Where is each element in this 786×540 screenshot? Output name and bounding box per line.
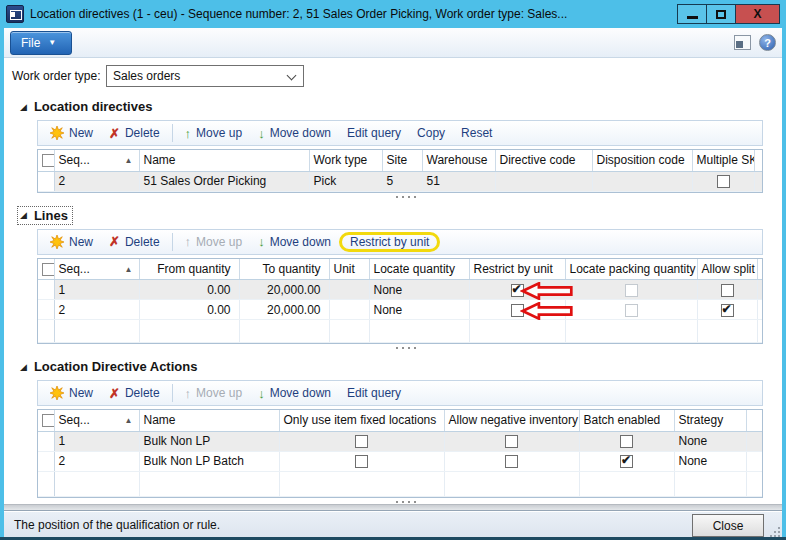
titlebar: Location directives (1 - ceu) - Sequence… xyxy=(4,0,782,28)
select-all-checkbox[interactable] xyxy=(42,154,54,167)
move-down-button[interactable]: ↓ Move down xyxy=(250,233,339,251)
batch-enabled-checkbox[interactable] xyxy=(620,455,633,468)
column-header-allow-split[interactable]: Allow split xyxy=(697,259,757,280)
section-title: Location directives xyxy=(34,99,152,114)
app-icon xyxy=(6,5,24,23)
delete-button[interactable]: ✗ Delete xyxy=(101,384,168,402)
column-header-seq[interactable]: Seq...▲ xyxy=(54,410,139,431)
move-down-button[interactable]: ↓ Move down xyxy=(250,384,339,402)
arrow-up-icon: ↑ xyxy=(185,387,192,400)
allow-split-checkbox[interactable] xyxy=(721,304,734,317)
column-header-allow-negative-inventory[interactable]: Allow negative inventory xyxy=(444,410,579,431)
allow-split-checkbox[interactable] xyxy=(721,284,734,297)
close-icon: X xyxy=(753,7,761,21)
help-icon[interactable]: ? xyxy=(759,34,776,51)
only-use-item-fixed-locations-checkbox[interactable] xyxy=(355,435,368,448)
file-caret-icon: ▼ xyxy=(48,39,56,47)
new-button[interactable]: New xyxy=(42,124,101,142)
new-star-icon xyxy=(50,386,64,400)
column-header-name[interactable]: Name xyxy=(139,150,309,171)
location-directives-grid: Seq...▲ Name Work type Site Warehouse Di… xyxy=(37,149,763,193)
new-star-icon xyxy=(50,235,64,249)
file-menu-label: File xyxy=(21,36,40,50)
window-layout-icon[interactable] xyxy=(734,35,751,50)
actions-toolbar: New ✗ Delete ↑ Move up ↓ Move down Edit … xyxy=(37,380,763,406)
section-title: Lines xyxy=(34,208,68,223)
column-header-directive-code[interactable]: Directive code xyxy=(495,150,592,171)
delete-button[interactable]: ✗ Delete xyxy=(101,233,168,251)
multiple-sku-checkbox[interactable] xyxy=(717,175,730,188)
column-header-warehouse[interactable]: Warehouse xyxy=(422,150,495,171)
column-header-to-quantity[interactable]: To quantity xyxy=(239,259,329,280)
column-header-restrict-by-unit[interactable]: Restrict by unit xyxy=(469,259,565,280)
table-row[interactable]: 2 51 Sales Order Picking Pick 5 51 xyxy=(38,171,762,191)
sort-asc-icon: ▲ xyxy=(125,416,133,425)
column-header-disposition-code[interactable]: Disposition code xyxy=(592,150,692,171)
edit-query-button[interactable]: Edit query xyxy=(339,384,409,402)
section-header-actions[interactable]: ◢ Location Directive Actions xyxy=(18,358,201,375)
allow-negative-inventory-checkbox[interactable] xyxy=(505,455,518,468)
splitter-grip[interactable] xyxy=(12,344,782,352)
select-all-checkbox[interactable] xyxy=(42,263,54,276)
move-up-button[interactable]: ↑ Move up xyxy=(177,124,251,142)
column-header-multiple-sku[interactable]: Multiple SKU xyxy=(692,150,754,171)
column-header-batch-enabled[interactable]: Batch enabled xyxy=(579,410,674,431)
move-up-button: ↑ Move up xyxy=(177,233,251,251)
table-row[interactable]: 2 Bulk Non LP Batch None xyxy=(38,451,762,471)
restrict-by-unit-checkbox[interactable] xyxy=(511,284,524,297)
section-header-location-directives[interactable]: ◢ Location directives xyxy=(18,98,156,115)
column-header-locate-packing-quantity[interactable]: Locate packing quantity xyxy=(565,259,697,280)
only-use-item-fixed-locations-checkbox[interactable] xyxy=(355,455,368,468)
delete-x-icon: ✗ xyxy=(109,235,120,248)
column-header-name[interactable]: Name xyxy=(139,410,279,431)
locate-packing-quantity-checkbox xyxy=(625,284,638,297)
work-order-type-select[interactable]: Sales orders xyxy=(106,65,304,87)
splitter-grip[interactable] xyxy=(12,498,782,505)
column-header-strategy[interactable]: Strategy xyxy=(674,410,746,431)
column-header-work-type[interactable]: Work type xyxy=(309,150,382,171)
allow-negative-inventory-checkbox[interactable] xyxy=(505,435,518,448)
restrict-by-unit-checkbox[interactable] xyxy=(511,304,524,317)
window-title: Location directives (1 - ceu) - Sequence… xyxy=(30,7,672,21)
location-directives-window: Location directives (1 - ceu) - Sequence… xyxy=(0,0,786,540)
restrict-by-unit-button[interactable]: Restrict by unit xyxy=(339,232,440,252)
table-row[interactable]: 2 0.00 20,000.00 None xyxy=(38,300,762,320)
arrow-up-icon: ↑ xyxy=(185,235,192,248)
column-header-seq[interactable]: Seq...▲ xyxy=(54,150,139,171)
section-header-lines[interactable]: ◢ Lines xyxy=(18,207,72,224)
expander-icon: ◢ xyxy=(20,210,27,220)
actions-grid: Seq...▲ Name Only use item fixed locatio… xyxy=(37,409,763,498)
maximize-icon xyxy=(716,10,726,19)
minimize-button[interactable] xyxy=(677,4,707,24)
close-button[interactable]: Close xyxy=(692,514,764,537)
arrow-down-icon: ↓ xyxy=(258,127,265,140)
table-row[interactable]: 1 0.00 20,000.00 None xyxy=(38,280,762,300)
arrow-down-icon: ↓ xyxy=(258,235,265,248)
reset-button[interactable]: Reset xyxy=(453,124,500,142)
close-window-button[interactable]: X xyxy=(735,4,780,24)
new-button[interactable]: New xyxy=(42,384,101,402)
batch-enabled-checkbox[interactable] xyxy=(620,435,633,448)
file-menu-button[interactable]: File ▼ xyxy=(10,31,72,55)
delete-button[interactable]: ✗ Delete xyxy=(101,124,168,142)
new-button[interactable]: New xyxy=(42,233,101,251)
sort-asc-icon: ▲ xyxy=(125,265,133,274)
splitter-grip[interactable] xyxy=(12,193,782,201)
maximize-button[interactable] xyxy=(706,4,736,24)
column-header-seq[interactable]: Seq...▲ xyxy=(54,259,139,280)
column-header-from-quantity[interactable]: From quantity xyxy=(139,259,239,280)
copy-button[interactable]: Copy xyxy=(409,124,453,142)
column-header-site[interactable]: Site xyxy=(382,150,422,171)
column-header-locate-quantity[interactable]: Locate quantity xyxy=(369,259,469,280)
column-header-unit[interactable]: Unit xyxy=(329,259,369,280)
resize-grip[interactable] xyxy=(769,526,780,537)
statusbar: The position of the qualification or rul… xyxy=(4,510,782,539)
select-all-checkbox[interactable] xyxy=(42,414,54,427)
edit-query-button[interactable]: Edit query xyxy=(339,124,409,142)
toolbar-separator xyxy=(172,233,173,251)
table-row[interactable]: 1 Bulk Non LP None xyxy=(38,431,762,451)
sort-asc-icon: ▲ xyxy=(125,156,133,165)
work-order-type-value: Sales orders xyxy=(113,69,180,83)
move-down-button[interactable]: ↓ Move down xyxy=(250,124,339,142)
column-header-only-use-item-fixed-locations[interactable]: Only use item fixed locations xyxy=(279,410,444,431)
